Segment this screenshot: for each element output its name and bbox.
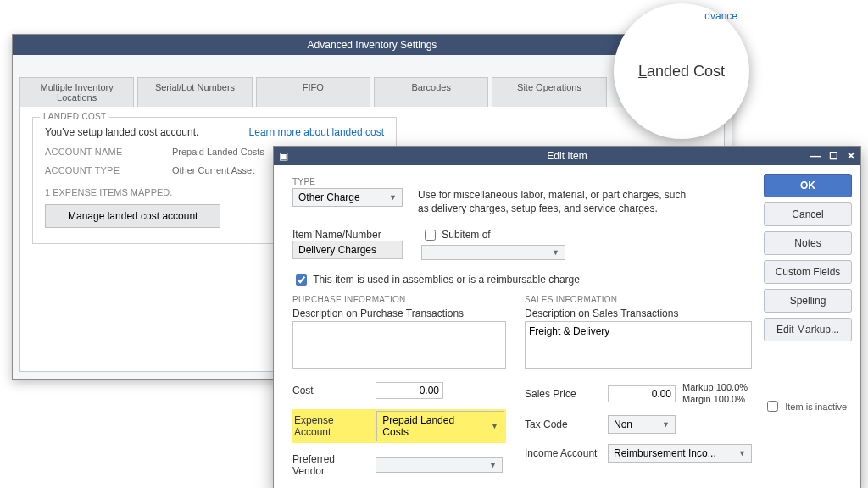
preferred-vendor-dropdown[interactable]: ▼	[376, 458, 503, 473]
edit-item-window: ▣ Edit Item — ☐ ✕ TYPE Other Charge ▼ Us…	[273, 146, 861, 488]
type-help: Use for miscellaneous labor, material, o…	[418, 188, 689, 215]
magnifier-callout: dvance Landed Cost	[614, 3, 749, 139]
learn-more-link[interactable]: Learn more about landed cost	[249, 126, 384, 138]
custom-fields-button[interactable]: Custom Fields	[764, 260, 852, 284]
chevron-down-icon: ▼	[489, 461, 497, 469]
sales-column: SALES INFORMATION Description on Sales T…	[525, 295, 752, 477]
sales-price-label: Sales Price	[525, 388, 601, 400]
ais-title-text: Advanced Inventory Settings	[308, 39, 437, 51]
subitem-checkbox[interactable]	[425, 230, 436, 241]
manage-landed-cost-button[interactable]: Manage landed cost account	[45, 204, 220, 228]
landed-cost-legend: LANDED COST	[40, 112, 109, 121]
ok-button[interactable]: OK	[764, 174, 852, 197]
income-account-value: Reimbursement Inco...	[614, 447, 716, 459]
sales-desc-input[interactable]	[525, 321, 752, 369]
sales-price-input[interactable]: 0.00	[608, 385, 676, 402]
income-account-dropdown[interactable]: Reimbursement Inco... ▼	[608, 444, 752, 463]
account-name-label: ACCOUNT NAME	[45, 147, 172, 157]
restore-icon[interactable]: ▣	[279, 147, 288, 165]
item-name-label: Item Name/Number	[292, 229, 403, 241]
type-label: TYPE	[292, 177, 752, 186]
assembly-row[interactable]: This item is used in assemblies or is a …	[292, 272, 580, 288]
item-inactive-label: Item is inactive	[785, 402, 847, 412]
sales-desc-label: Description on Sales Transactions	[525, 308, 752, 319]
item-inactive-checkbox[interactable]	[767, 401, 778, 412]
close-icon[interactable]: ✕	[847, 147, 855, 165]
tab-barcodes[interactable]: Barcodes	[374, 77, 488, 107]
item-name-input[interactable]: Delivery Charges	[292, 241, 403, 259]
tab-site-operations[interactable]: Site Operations	[492, 77, 606, 107]
tax-code-label: Tax Code	[525, 419, 601, 430]
chevron-down-icon: ▼	[552, 248, 559, 257]
chevron-down-icon: ▼	[738, 449, 746, 458]
notes-button[interactable]: Notes	[764, 231, 852, 255]
expense-account-value: Prepaid Landed Costs	[382, 414, 482, 438]
tab-fifo[interactable]: FIFO	[256, 77, 370, 107]
tax-code-value: Non	[614, 419, 632, 430]
ei-title-text: Edit Item	[547, 150, 587, 162]
sales-header: SALES INFORMATION	[525, 295, 752, 304]
purchase-header: PURCHASE INFORMATION	[292, 295, 506, 304]
subitem-dropdown[interactable]: ▼	[421, 245, 565, 260]
income-account-label: Income Account	[525, 447, 601, 459]
purchase-desc-label: Description on Purchase Transactions	[292, 308, 506, 319]
markup-margin: Markup 100.0% Margin 100.0%	[682, 382, 748, 404]
ei-titlebar: ▣ Edit Item — ☐ ✕	[274, 147, 860, 165]
subitem-label: Subitem of	[421, 227, 565, 243]
edit-markup-button[interactable]: Edit Markup...	[764, 318, 852, 341]
purchase-column: PURCHASE INFORMATION Description on Purc…	[292, 295, 506, 477]
account-type-label: ACCOUNT TYPE	[45, 165, 172, 175]
type-dropdown[interactable]: Other Charge ▼	[292, 188, 403, 207]
account-name-value: Prepaid Landed Costs	[172, 147, 264, 157]
tax-code-dropdown[interactable]: Non ▼	[608, 415, 676, 434]
minimize-icon[interactable]: —	[810, 147, 821, 165]
tab-multiple-locations[interactable]: Multiple Inventory Locations	[19, 77, 134, 107]
expense-account-label: Expense Account	[294, 414, 370, 438]
maximize-icon[interactable]: ☐	[829, 147, 838, 165]
setup-status: You've setup landed cost account.	[45, 126, 249, 138]
purchase-desc-input[interactable]	[292, 321, 506, 369]
bubble-landed-cost: Landed Cost	[638, 63, 725, 80]
cost-input[interactable]: 0.00	[376, 382, 443, 399]
chevron-down-icon: ▼	[389, 193, 397, 202]
chevron-down-icon: ▼	[662, 420, 670, 429]
spelling-button[interactable]: Spelling	[764, 289, 852, 313]
assembly-label: This item is used in assemblies or is a …	[313, 274, 580, 286]
account-type-value: Other Current Asset	[172, 165, 254, 175]
cost-label: Cost	[292, 385, 369, 396]
ei-main: TYPE Other Charge ▼ Use for miscellaneou…	[292, 174, 752, 477]
type-value: Other Charge	[298, 191, 360, 203]
item-inactive-row[interactable]: Item is inactive	[764, 398, 847, 414]
ei-side-buttons: OK Cancel Notes Custom Fields Spelling E…	[764, 174, 852, 477]
bubble-cutoff-text: dvance	[704, 10, 737, 22]
cancel-button[interactable]: Cancel	[764, 202, 852, 226]
preferred-vendor-label: Preferred Vendor	[292, 453, 369, 477]
assembly-checkbox[interactable]	[296, 274, 307, 286]
expense-account-dropdown[interactable]: Prepaid Landed Costs ▼	[376, 411, 504, 441]
chevron-down-icon: ▼	[491, 422, 498, 430]
tab-serial-lot[interactable]: Serial/Lot Numbers	[137, 77, 252, 107]
